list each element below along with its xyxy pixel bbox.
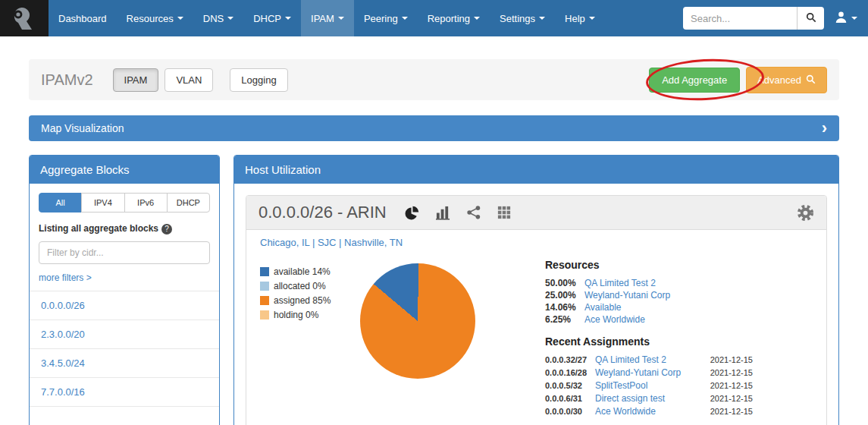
main-content: Aggregate Blocks All IPV4 IPv6 DHCP List… (29, 155, 839, 425)
caret-down-icon (539, 17, 545, 20)
map-visualization-label: Map Visualization (41, 122, 124, 134)
details-column: Resources 50.00% QA Limited Test 2 25.00… (545, 259, 753, 418)
grid-icon[interactable] (497, 206, 511, 219)
block-title: 0.0.0.0/26 - ARIN (259, 203, 387, 222)
search-button[interactable] (797, 7, 824, 30)
nav-item-ipam[interactable]: IPAM (301, 0, 354, 36)
resource-row: 50.00% QA Limited Test 2 (545, 277, 753, 289)
resource-row: 25.00% Weyland-Yutani Corp (545, 289, 753, 301)
caret-down-icon (227, 17, 233, 20)
resource-link[interactable]: Ace Worldwide (584, 313, 645, 326)
caret-down-icon (474, 17, 480, 20)
more-filters-link[interactable]: more filters > (39, 272, 92, 283)
legend-label: allocated 0% (274, 281, 326, 291)
caret-down-icon (402, 17, 408, 20)
view-toolbar (405, 206, 511, 220)
nav-item-dhcp[interactable]: DHCP (243, 0, 301, 36)
listing-label: Listing all aggregate blocks? (39, 223, 210, 235)
nav-item-dns[interactable]: DNS (193, 0, 243, 36)
legend-item: allocated 0% (260, 281, 360, 291)
aggregate-blocks-panel: Aggregate Blocks All IPV4 IPv6 DHCP List… (29, 155, 220, 425)
host-utilization-panel: Host Utilization 0.0.0.0/26 - ARIN (233, 155, 839, 425)
assignment-link[interactable]: Ace Worldwide (595, 405, 710, 418)
tab-logging[interactable]: Logging (230, 68, 287, 92)
aggregate-blocks-body: All IPV4 IPv6 DHCP Listing all aggregate… (30, 184, 219, 425)
list-item[interactable]: 2.3.0.0/20 (30, 320, 219, 348)
nav-item-peering[interactable]: Peering (354, 0, 418, 36)
resource-pct: 14.06% (545, 301, 584, 313)
caret-down-icon (589, 17, 595, 20)
assignment-date: 2021-12-15 (710, 379, 753, 392)
assignment-link[interactable]: QA Limited Test 2 (595, 354, 710, 367)
assignment-row: 0.0.0.6/31 Direct assign test 2021-12-15 (545, 392, 753, 405)
nav-item-dashboard[interactable]: Dashboard (49, 0, 117, 36)
tab-ipam[interactable]: IPAM (113, 68, 159, 92)
nav-label: Reporting (428, 13, 470, 24)
breadcrumb[interactable]: Chicago, IL | SJC | Nashville, TN (246, 230, 826, 250)
resource-link[interactable]: QA Limited Test 2 (584, 277, 656, 289)
tab-vlan[interactable]: VLAN (165, 68, 213, 92)
caret-down-icon (851, 17, 857, 20)
nav-item-help[interactable]: Help (555, 0, 605, 36)
filter-tab-ipv4[interactable]: IPV4 (81, 193, 124, 212)
brand-logo[interactable] (0, 0, 49, 36)
nav-item-reporting[interactable]: Reporting (418, 0, 490, 36)
list-item[interactable]: 3.4.5.0/24 (30, 348, 219, 377)
resource-pct: 25.00% (545, 289, 584, 301)
aggregate-block-list: 0.0.0.0/26 2.3.0.0/20 3.4.5.0/24 7.7.0.0… (30, 291, 219, 425)
map-visualization-bar[interactable]: Map Visualization › (29, 115, 839, 141)
legend-swatch (260, 310, 269, 320)
host-utilization-header: Host Utilization (234, 156, 838, 184)
nav-label: DHCP (253, 13, 281, 24)
search-input[interactable] (683, 7, 797, 30)
assignment-link[interactable]: Weyland-Yutani Corp (595, 367, 710, 379)
nav-item-settings[interactable]: Settings (490, 0, 555, 36)
assignment-date: 2021-12-15 (710, 405, 753, 418)
assignment-cidr: 0.0.0.6/31 (545, 392, 595, 405)
nav-label: DNS (203, 13, 224, 24)
legend-item: assigned 85% (260, 295, 360, 306)
nav-item-resources[interactable]: Resources (117, 0, 193, 36)
assignment-link[interactable]: Direct assign test (595, 392, 710, 405)
assignment-cidr: 0.0.0.5/32 (545, 379, 595, 392)
chart-legend: available 14% allocated 0% assigned 85% (260, 266, 360, 418)
assignment-row: 0.0.0.32/27 QA Limited Test 2 2021-12-15 (545, 354, 753, 367)
listing-label-text: Listing all aggregate blocks (39, 223, 158, 234)
list-item[interactable] (30, 406, 219, 425)
assignment-cidr: 0.0.0.32/27 (545, 354, 595, 367)
pie-chart[interactable] (360, 263, 475, 379)
assignment-link[interactable]: SplitTestPool (595, 379, 710, 392)
resource-link[interactable]: Available (584, 301, 621, 313)
block-subpanel: 0.0.0.0/26 - ARIN (246, 195, 827, 425)
help-icon[interactable]: ? (161, 224, 172, 235)
add-aggregate-button[interactable]: Add Aggregate (649, 68, 740, 93)
assignment-row: 0.0.0.5/32 SplitTestPool 2021-12-15 (545, 379, 753, 392)
navbar: Dashboard Resources DNS DHCP IPAM Peerin… (0, 0, 868, 36)
share-icon[interactable] (467, 206, 481, 219)
filter-tab-ipv6[interactable]: IPv6 (124, 193, 168, 212)
legend-swatch (260, 296, 269, 305)
nav-label: Dashboard (58, 13, 107, 24)
user-menu[interactable] (835, 11, 857, 27)
resource-link[interactable]: Weyland-Yutani Corp (584, 289, 670, 301)
cidr-filter-input[interactable] (39, 241, 210, 264)
assignment-date: 2021-12-15 (710, 392, 753, 405)
list-item[interactable]: 7.7.0.0/16 (30, 377, 219, 406)
advanced-label: Advanced (757, 75, 801, 85)
host-utilization-body: 0.0.0.0/26 - ARIN (234, 184, 838, 425)
bar-chart-icon[interactable] (436, 206, 450, 220)
pie-chart-icon[interactable] (405, 206, 419, 220)
advanced-button[interactable]: Advanced (746, 67, 827, 93)
filter-tab-dhcp[interactable]: DHCP (167, 193, 210, 212)
aggregate-blocks-header: Aggregate Blocks (30, 156, 219, 184)
nav-label: Settings (500, 13, 535, 24)
resource-row: 6.25% Ace Worldwide (545, 313, 753, 326)
gear-icon[interactable] (797, 204, 814, 222)
filter-tab-all[interactable]: All (39, 193, 82, 212)
search-icon (806, 12, 816, 25)
search-icon (806, 74, 816, 86)
nav-label: IPAM (311, 13, 334, 24)
list-item[interactable]: 0.0.0.0/26 (30, 291, 219, 320)
page-title: IPAMv2 (41, 71, 93, 89)
assignment-cidr: 0.0.0.0/30 (545, 405, 595, 418)
